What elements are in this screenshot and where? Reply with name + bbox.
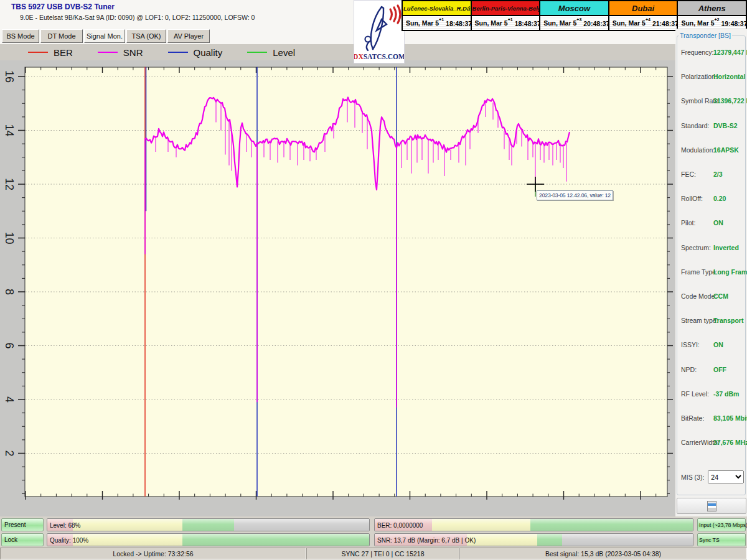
clock-date: Sun, Mar 5 — [681, 19, 714, 27]
legend-item-quality: Quality — [168, 47, 223, 58]
svg-text:DXSATCS.COM: DXSATCS.COM — [354, 53, 404, 60]
gauge-label-level: Level: 68% — [50, 521, 80, 528]
clock-city-dubai: Dubai — [609, 1, 678, 16]
app-title: TBS 5927 USB DVB-S2 Tuner — [11, 2, 115, 11]
y-tick-label-8: 8 — [3, 289, 16, 295]
gauge-label-snr: SNR: 13,7 dB (Margin: 6,7 dB | OK) — [377, 536, 476, 543]
tp-value: 2/3 — [713, 170, 723, 178]
y-tick-label-12: 12 — [3, 178, 16, 190]
badge-lock: Lock — [1, 533, 44, 546]
statusbar-lock-uptime: Locked -> Uptime: 73:32:56 — [0, 548, 306, 559]
gauge-quality: Quality: 100% — [47, 533, 370, 546]
tp-label: Frequency: — [681, 49, 713, 56]
mis-label: MIS (3): — [681, 474, 704, 481]
tp-row-bitrate: BitRate:83,105 Mbit/s — [681, 414, 747, 422]
logo-text-dx: DX — [354, 53, 364, 60]
satellite-dish-icon: DXSATCS.COM — [354, 1, 404, 63]
tab-dt-mode[interactable]: DT Mode — [40, 29, 83, 43]
drive-stack-icon — [707, 501, 716, 511]
tab-signal-mon[interactable]: Signal Mon. — [84, 29, 125, 43]
tp-value: Inverted — [713, 244, 739, 251]
gauge-ber: BER: 0,0000000 — [374, 518, 693, 531]
tab-tsa-ok[interactable]: TSA (OK) — [126, 29, 166, 43]
clock-city-moscow: Moscow — [540, 1, 609, 16]
tp-value: 12379,447 MHz — [713, 49, 747, 56]
tp-row-npd: NPD:OFF — [681, 366, 726, 373]
transponder-groupbox: Frequency:12379,447 MHzPolarization:Hori… — [677, 35, 746, 495]
clock-time-dubai: Sun, Mar 5+421:48:37 — [609, 16, 678, 30]
clock-city-berlin-paris-vienna-belgrade: Berlin-Paris-Vienna-Belgrade — [471, 1, 540, 16]
y-tick-label-6: 6 — [3, 342, 16, 348]
tp-label: Stream type: — [681, 317, 713, 324]
gauge-label-quality: Quality: 100% — [50, 536, 88, 543]
y-tick-label-2: 2 — [3, 450, 16, 456]
tp-label: NPD: — [681, 366, 713, 373]
tp-label: Modulation: — [681, 146, 713, 154]
tp-label: RF Level: — [681, 390, 713, 398]
tp-row-rf-level: RF Level:-37 dBm — [681, 390, 739, 398]
tp-label: RollOff: — [681, 195, 713, 202]
clock-time-value: 19:48:37 — [721, 19, 746, 27]
legend-label: Quality — [194, 47, 223, 58]
signal-chart[interactable]: 161412108642 — [0, 60, 675, 516]
clock-time-value: 20:48:37 — [583, 19, 609, 27]
legend-swatch-ber — [28, 52, 48, 53]
tp-value: DVB-S2 — [713, 122, 738, 129]
clock-time-value: 18:48:37 — [446, 19, 471, 27]
tp-value: 83,105 Mbit/s — [713, 414, 747, 422]
tp-value: 16APSK — [713, 146, 739, 154]
gauge-snr: SNR: 13,7 dB (Margin: 6,7 dB | OK) — [374, 533, 693, 546]
clock-time-lu-enec-slovakia-r-d-vid: Sun, Mar 5+118:48:37 — [402, 16, 471, 30]
tp-row-frame-type: Frame Type:Long Frame — [681, 268, 747, 276]
tp-row-issyi: ISSYI:ON — [681, 341, 723, 348]
tp-label: FEC: — [681, 170, 713, 178]
clock-utc-offset: +1 — [508, 17, 513, 22]
tp-value: OFF — [713, 366, 726, 373]
gauge-gloss — [47, 519, 369, 531]
tp-row-carrierwidth: CarrierWidth:37,676 MHz — [681, 439, 747, 446]
tp-value: Horizontal — [713, 73, 745, 80]
legend-label: SNR — [123, 47, 143, 58]
legend-swatch-snr — [98, 52, 118, 53]
tp-value: Transport — [713, 317, 743, 324]
clock-city-lu-enec-slovakia-r-d-vid: Lučenec-Slovakia_R.Dávid — [402, 1, 471, 16]
legend-swatch-quality — [168, 52, 188, 53]
status-bar: Locked -> Uptime: 73:32:56 SYNC 27 | TEI… — [0, 547, 747, 560]
tp-row-stream-type: Stream type:Transport — [681, 317, 743, 324]
tp-label: CarrierWidth: — [681, 439, 713, 446]
clock-date: Sun, Mar 5 — [613, 19, 646, 27]
clock-utc-offset: +4 — [646, 17, 651, 22]
mis-row: MIS (3):24 — [681, 470, 744, 483]
tab-bs-mode[interactable]: BS Mode — [2, 29, 39, 43]
save-settings-button[interactable] — [677, 498, 746, 514]
badge-present: Present — [1, 518, 44, 531]
tp-label: ISSYI: — [681, 341, 713, 348]
tp-value: Long Frame — [713, 268, 747, 276]
signal-chart-area[interactable]: 161412108642 — [0, 60, 675, 516]
tp-row-modulation: Modulation:16APSK — [681, 146, 739, 154]
transponder-groupbox-title: Transponder [BS] — [679, 32, 732, 39]
clock-utc-offset: +1 — [439, 17, 444, 22]
tp-row-spectrum: Spectrum:Inverted — [681, 244, 739, 251]
mis-select[interactable]: 24 — [708, 470, 744, 483]
y-tick-label-16: 16 — [3, 70, 16, 83]
tp-value: CCM — [713, 292, 728, 300]
tp-row-frequency: Frequency:12379,447 MHz — [681, 49, 747, 56]
legend-label: BER — [54, 47, 73, 58]
y-tick-label-14: 14 — [3, 124, 16, 136]
clock-time-berlin-paris-vienna-belgrade: Sun, Mar 5+118:48:37 — [471, 16, 540, 30]
tp-row-rolloff: RollOff:0.20 — [681, 195, 726, 202]
tp-row-pilot: Pilot:ON — [681, 219, 723, 226]
clock-date: Sun, Mar 5 — [406, 19, 439, 27]
tp-label: BitRate: — [681, 414, 713, 422]
tp-label: Code Mode: — [681, 292, 713, 300]
clock-time-value: 18:48:37 — [515, 19, 540, 27]
clock-time-moscow: Sun, Mar 5+320:48:37 — [540, 16, 609, 30]
tab-av-player[interactable]: AV Player — [167, 29, 210, 43]
clock-utc-offset: +3 — [576, 17, 581, 22]
statusbar-sync-info: SYNC 27 | TEI 0 | CC 15218 — [306, 548, 459, 559]
badge-sync-ts: Sync TS — [697, 533, 746, 546]
clock-utc-offset: +2 — [714, 17, 719, 22]
gauge-label-ber: BER: 0,0000000 — [377, 521, 423, 528]
tp-row-symbol-rate: Symbol Rate:31396,722 KS/s — [681, 97, 747, 105]
